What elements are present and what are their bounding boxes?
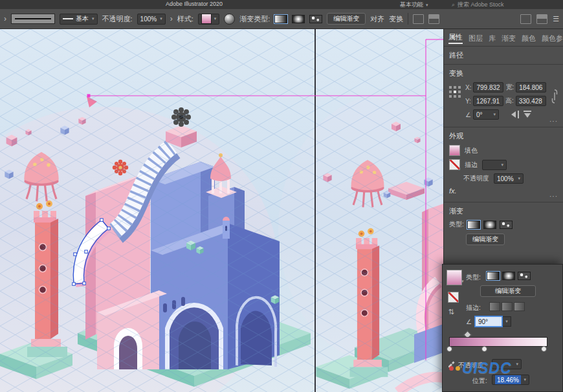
stroke-preview[interactable]: [11, 14, 55, 24]
object-type-label: 路径: [444, 47, 563, 65]
panel-icon[interactable]: [413, 14, 424, 24]
gradient-stop[interactable]: [541, 346, 547, 352]
stroke-width-dropdown[interactable]: ▾: [482, 160, 507, 170]
menu-icon[interactable]: ☰: [553, 15, 559, 23]
chevron-right-icon[interactable]: ›: [170, 14, 173, 23]
edit-gradient-button[interactable]: 编辑渐变: [327, 13, 366, 25]
gradient-stop[interactable]: [481, 346, 487, 352]
gradient-angle-input[interactable]: 90°: [475, 316, 502, 327]
radial-gradient-button[interactable]: [292, 15, 305, 23]
workspace-switcher[interactable]: 基本功能 ▾: [400, 1, 428, 9]
stroke-style-line: [63, 18, 73, 19]
freeform-gradient-button[interactable]: [500, 221, 513, 229]
control-bar: › 基本 ▾ 不透明度: 100% ▾ › 样式: ▾ 渐变类型: 编辑渐变 对…: [0, 9, 563, 29]
w-input[interactable]: 184.806: [516, 82, 546, 93]
appearance-opacity-label: 不透明度: [463, 174, 489, 183]
reverse-gradient-icon[interactable]: ⇄: [447, 309, 456, 314]
link-icon[interactable]: [551, 89, 558, 104]
stack-icon[interactable]: [536, 14, 547, 24]
opacity-dropdown[interactable]: 100% ▾: [137, 14, 166, 25]
artboard-canvas[interactable]: [0, 29, 443, 392]
stroke-gradient-across-icon[interactable]: [514, 302, 525, 311]
style-dropdown[interactable]: ▾: [198, 14, 220, 25]
watermark-logo: [456, 366, 460, 371]
chevron-down-icon: ▾: [493, 112, 496, 117]
arrange-icon[interactable]: [520, 14, 531, 24]
linear-gradient-button[interactable]: [467, 221, 480, 229]
chevron-down-icon: ▾: [518, 176, 520, 181]
x-input[interactable]: 799.832: [473, 82, 503, 93]
gradient-section: 渐变 类型: 编辑渐变: [444, 202, 563, 254]
appearance-opacity-dropdown[interactable]: 100% ▾: [494, 173, 524, 184]
gradient-fill-swatch[interactable]: [447, 270, 462, 285]
edit-gradient-button[interactable]: 编辑渐变: [480, 285, 536, 297]
stroke-style-label: 基本: [76, 14, 89, 23]
gradient-type-label: 类型:: [449, 220, 464, 229]
search-icon: ⌕: [452, 1, 455, 8]
gradient-sphere-icon[interactable]: [224, 14, 235, 25]
divider: [408, 13, 408, 25]
fx-button[interactable]: fx.: [449, 187, 457, 195]
h-input[interactable]: 330.428: [516, 96, 546, 106]
chevron-down-icon[interactable]: ▾: [461, 279, 464, 284]
artwork: [0, 29, 443, 392]
more-options-icon[interactable]: ···: [549, 193, 558, 200]
w-label: 宽:: [505, 83, 514, 92]
title-bar: Adobe Illustrator 2020 基本功能 ▾ ⌕ 搜索 Adobe…: [0, 0, 563, 10]
workspace-label: 基本功能: [400, 1, 423, 9]
tab-layers[interactable]: 图层: [469, 34, 483, 43]
stroke-label: 描边: [465, 160, 478, 169]
flip-vertical-icon[interactable]: [524, 111, 532, 118]
appearance-title: 外观: [449, 131, 558, 141]
appearance-opacity-value: 100%: [497, 175, 514, 182]
gradient-stroke-swatch[interactable]: [448, 292, 459, 303]
linear-gradient-button[interactable]: [274, 15, 287, 23]
freeform-gradient-button[interactable]: [518, 272, 531, 280]
radial-gradient-button[interactable]: [483, 221, 496, 229]
stock-search[interactable]: ⌕ 搜索 Adobe Stock: [452, 1, 504, 9]
tab-properties[interactable]: 属性: [448, 32, 463, 44]
tab-gradient[interactable]: 渐变: [502, 34, 516, 43]
h-label: 高:: [505, 96, 514, 105]
opacity-label: 不透明度:: [102, 14, 133, 24]
align-button[interactable]: 对齐: [370, 14, 384, 24]
gradient-slider-bar[interactable]: [449, 337, 547, 347]
y-input[interactable]: 1267.91: [473, 96, 503, 106]
transform-title: 变换: [449, 69, 558, 78]
y-label: Y:: [465, 98, 471, 105]
more-options-icon[interactable]: ···: [549, 118, 558, 125]
stroke-gradient-along-icon[interactable]: [502, 302, 513, 311]
radial-gradient-button[interactable]: [502, 272, 515, 280]
appearance-section: 外观 填色 描边 ▾ 不透明度 100% ▾ f: [444, 127, 563, 202]
chevron-right-icon[interactable]: ›: [4, 14, 6, 23]
stroke-swatch[interactable]: [449, 159, 460, 170]
angle-dropdown[interactable]: ▾: [503, 316, 511, 327]
stroke-gradient-within-icon[interactable]: [489, 302, 500, 311]
linear-gradient-button[interactable]: [487, 272, 500, 280]
style-swatch: [201, 14, 212, 24]
tab-libraries[interactable]: 库: [489, 34, 496, 43]
fill-swatch[interactable]: [449, 145, 460, 156]
stroke-style-dropdown[interactable]: 基本 ▾: [60, 14, 98, 25]
chevron-down-icon: ▾: [426, 3, 428, 8]
gradient-stop[interactable]: [447, 346, 452, 352]
popup-stroke-label: 描边:: [466, 303, 481, 312]
panel-tabs: 属性 图层 库 渐变 颜色 颜色参 ☰: [444, 29, 563, 47]
transform-section: 变换 X: 799.832 宽: 184.806 Y: 1267.91 高:: [444, 65, 563, 127]
fill-label: 填色: [465, 146, 478, 155]
transform-button[interactable]: 变换: [389, 14, 403, 24]
chevron-down-icon: ▾: [160, 16, 162, 21]
tab-color-guide[interactable]: 颜色参: [542, 34, 563, 43]
tab-color[interactable]: 颜色: [522, 34, 536, 43]
guide-handle[interactable]: [87, 94, 91, 98]
gradient-type-label: 渐变类型:: [239, 14, 270, 24]
chevron-down-icon: ▾: [214, 16, 217, 21]
opacity-value: 100%: [140, 16, 157, 23]
flip-horizontal-icon[interactable]: [511, 111, 520, 118]
edit-gradient-button[interactable]: 编辑渐变: [466, 234, 505, 245]
freeform-gradient-button[interactable]: [309, 15, 322, 23]
panel-icon[interactable]: [428, 14, 439, 24]
rotation-dropdown[interactable]: 0° ▾: [473, 109, 499, 120]
watermark: UISDC: [449, 360, 512, 377]
reference-point-selector[interactable]: [449, 86, 461, 123]
